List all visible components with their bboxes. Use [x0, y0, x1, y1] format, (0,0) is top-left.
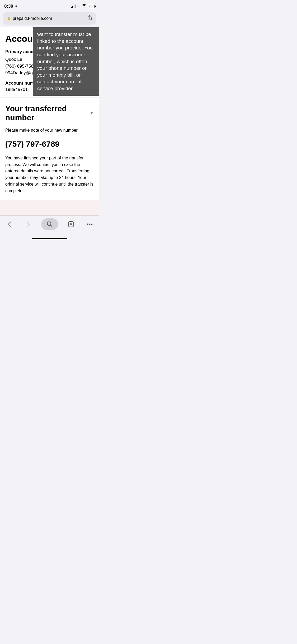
search-button[interactable]: [41, 218, 58, 230]
bottom-spacer: [0, 200, 99, 215]
forward-button[interactable]: [22, 218, 34, 230]
home-indicator: [0, 238, 99, 241]
svg-point-2: [89, 223, 90, 225]
location-arrow-icon: ↗: [14, 4, 17, 8]
browser-bottom-bar: 6: [0, 215, 99, 238]
svg-point-3: [91, 223, 92, 225]
lock-icon: 🔒: [7, 16, 11, 20]
transfer-title: Your transferred number ▼: [5, 104, 94, 122]
signal-icon: [71, 4, 76, 8]
tabs-button[interactable]: 6: [65, 218, 77, 230]
transfer-section: Your transferred number ▼ Please make no…: [0, 98, 99, 200]
address-bar-inner[interactable]: 🔒 prepaid.t-mobile.com: [3, 12, 96, 25]
svg-point-1: [87, 223, 88, 225]
battery-icon: [88, 5, 95, 8]
chevron-down-icon: ▼: [89, 111, 94, 116]
status-bar: 8:30 ↗ ﹢: [0, 0, 99, 11]
more-button[interactable]: [84, 218, 96, 230]
home-indicator-bar: [32, 238, 67, 239]
share-icon[interactable]: [87, 15, 92, 22]
transferred-number: (757) 797-6789: [5, 140, 94, 149]
tabs-count: 6: [68, 221, 74, 227]
transfer-subtitle: Please make note of your new number.: [5, 127, 94, 133]
transfer-description: You have finished your part of the trans…: [5, 155, 94, 194]
url-text: prepaid.t-mobile.com: [13, 16, 52, 21]
address-bar: 🔒 prepaid.t-mobile.com: [0, 11, 99, 27]
status-icons: ﹢: [71, 4, 95, 9]
status-time: 8:30 ↗: [4, 4, 17, 9]
main-content: want to transfer must be linked to the a…: [0, 27, 99, 200]
tooltip-overlay: want to transfer must be linked to the a…: [33, 27, 99, 96]
back-button[interactable]: [4, 218, 15, 230]
wifi-icon: ﹢: [77, 4, 86, 9]
